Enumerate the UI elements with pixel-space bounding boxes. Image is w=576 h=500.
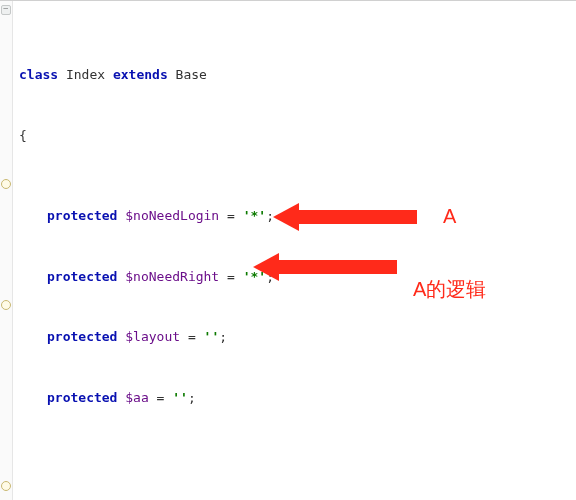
base-name: Base <box>176 67 207 82</box>
arrow-a-logic <box>253 267 300 348</box>
string: '' <box>172 390 188 405</box>
string: '' <box>204 329 220 344</box>
annotation-label-a: A <box>443 201 456 232</box>
string: '*' <box>243 208 266 223</box>
gutter-mark-icon <box>1 179 11 189</box>
annotation-label-a-logic: A的逻辑 <box>413 274 486 305</box>
op: = <box>180 329 203 344</box>
op: = <box>219 208 242 223</box>
class-name: Index <box>66 67 105 82</box>
code-editor: class Index extends Base { protected $no… <box>0 0 576 500</box>
var: $noNeedLogin <box>125 208 219 223</box>
keyword-protected: protected <box>47 329 117 344</box>
semi: ; <box>188 390 196 405</box>
code-area: class Index extends Base { protected $no… <box>13 1 576 500</box>
var: $layout <box>125 329 180 344</box>
editor-gutter <box>0 1 13 500</box>
brace: { <box>19 128 27 143</box>
keyword-class: class <box>19 67 58 82</box>
keyword-protected: protected <box>47 208 117 223</box>
fold-icon[interactable] <box>1 5 11 15</box>
code-line: protected $aa = ''; <box>19 388 576 408</box>
op: = <box>219 269 242 284</box>
keyword-protected: protected <box>47 269 117 284</box>
code-line: class Index extends Base <box>19 65 576 85</box>
keyword-protected: protected <box>47 390 117 405</box>
var: $noNeedRight <box>125 269 219 284</box>
blank-line <box>19 468 576 488</box>
gutter-mark-icon <box>1 481 11 491</box>
var: $aa <box>125 390 148 405</box>
code-line: { <box>19 126 576 146</box>
keyword-extends: extends <box>113 67 168 82</box>
op: = <box>149 390 172 405</box>
semi: ; <box>219 329 227 344</box>
gutter-mark-icon <box>1 300 11 310</box>
